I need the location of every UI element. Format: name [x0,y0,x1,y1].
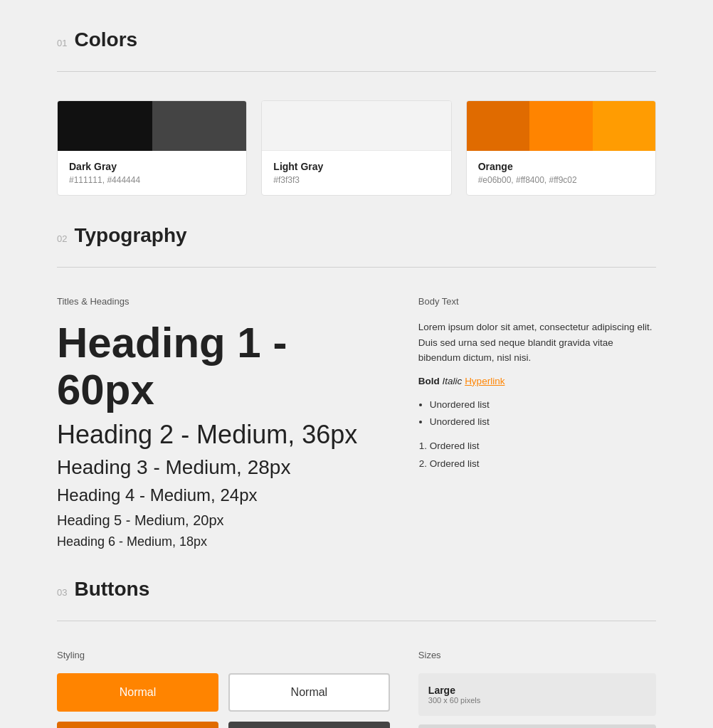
light-gray-info: Light Gray #f3f3f3 [262,151,450,195]
orange-swatch-3 [593,101,655,151]
buttons-section: 03 Buttons Styling Normal Hover Activ [57,578,656,728]
buttons-styling: Styling Normal Hover Active [57,650,390,728]
typography-header: 02 Typography [57,224,656,247]
unordered-list-item-2: Unordered list [430,413,656,431]
orange-swatch-1 [467,101,529,151]
button-rows: Normal Hover Active Normal [57,673,390,728]
size-large-dims: 300 x 60 pixels [428,696,656,705]
body-text-label: Body Text [418,296,656,307]
colors-title: Colors [74,28,137,51]
body-text-para: Lorem ipsum dolor sit amet, consectetur … [418,320,656,366]
outline-normal-button[interactable]: Normal [228,673,390,712]
buttons-sizes: Sizes Large 300 x 60 pixels Medium 220 x… [418,650,656,728]
orange-name: Orange [478,161,644,172]
heading-2: Heading 2 - Medium, 36px [57,419,390,450]
typography-section: 02 Typography Titles & Headings Heading … [57,224,656,549]
orange-swatch-2 [529,101,592,151]
headings-label: Titles & Headings [57,296,390,307]
typography-divider [57,267,656,268]
orange-hover-row: Hover [57,722,218,728]
ordered-list-item-1: Ordered list [430,438,656,455]
dark-gray-swatch [58,101,246,151]
light-gray-card: Light Gray #f3f3f3 [261,100,451,196]
styling-label: Styling [57,650,390,660]
buttons-divider [57,621,656,621]
orange-swatch [467,101,655,151]
colors-divider [57,71,656,72]
outline-normal-row: Normal [228,673,390,712]
dark-gray-name: Dark Gray [69,161,235,172]
light-gray-swatch [262,101,450,151]
dark-gray-swatch-1 [58,101,152,151]
size-large-name: Large [428,685,656,696]
light-gray-codes: #f3f3f3 [273,175,439,185]
page: 01 Colors Dark Gray #111111, #444444 [0,0,713,728]
light-gray-name: Light Gray [273,161,439,172]
orange-info: Orange #e06b00, #ff8400, #ff9c02 [467,151,655,195]
size-large: Large 300 x 60 pixels [418,673,656,716]
orange-codes: #e06b00, #ff8400, #ff9c02 [478,175,644,185]
dark-gray-swatch-2 [152,101,247,151]
heading-1: Heading 1 - 60px [57,320,390,413]
typography-number: 02 [57,233,67,244]
ordered-list: Ordered list Ordered list [430,438,656,473]
heading-5: Heading 5 - Medium, 20px [57,512,390,529]
orange-normal-row: Normal [57,673,218,712]
size-medium: Medium 220 x 50 pixels [418,724,656,728]
dark-gray-codes: #111111, #444444 [69,175,235,185]
colors-header: 01 Colors [57,28,656,51]
ordered-list-item-2: Ordered list [430,455,656,473]
light-gray-swatch-1 [262,101,450,151]
buttons-header: 03 Buttons [57,578,656,601]
typography-grid: Titles & Headings Heading 1 - 60px Headi… [57,296,656,549]
heading-6: Heading 6 - Medium, 18px [57,534,390,550]
typography-right: Body Text Lorem ipsum dolor sit amet, co… [418,296,656,549]
heading-3: Heading 3 - Medium, 28px [57,455,390,480]
text-hyperlink[interactable]: Hyperlink [465,376,505,386]
typography-left: Titles & Headings Heading 1 - 60px Headi… [57,296,390,549]
typography-title: Typography [74,224,186,247]
orange-card: Orange #e06b00, #ff8400, #ff9c02 [466,100,656,196]
colors-number: 01 [57,38,67,48]
unordered-list: Unordered list Unordered list [430,396,656,431]
outline-btn-col: Normal Hover Active [228,673,390,728]
orange-hover-button[interactable]: Hover [57,722,218,728]
color-cards: Dark Gray #111111, #444444 Light Gray #f… [57,100,656,196]
text-styles: Bold Italic Hyperlink [418,376,656,386]
outline-hover-row: Hover [228,722,390,728]
dark-gray-info: Dark Gray #111111, #444444 [58,151,246,195]
text-italic: Italic [443,376,463,386]
unordered-list-item-1: Unordered list [430,396,656,413]
colors-section: 01 Colors Dark Gray #111111, #444444 [57,28,656,196]
buttons-number: 03 [57,587,67,598]
buttons-grid: Styling Normal Hover Active [57,650,656,728]
dark-gray-card: Dark Gray #111111, #444444 [57,100,247,196]
heading-4: Heading 4 - Medium, 24px [57,485,390,506]
orange-normal-button[interactable]: Normal [57,673,218,712]
outline-hover-button[interactable]: Hover [228,722,390,728]
orange-btn-col: Normal Hover Active [57,673,218,728]
sizes-label: Sizes [418,650,656,660]
text-bold: Bold [418,376,440,386]
buttons-title: Buttons [74,578,149,601]
